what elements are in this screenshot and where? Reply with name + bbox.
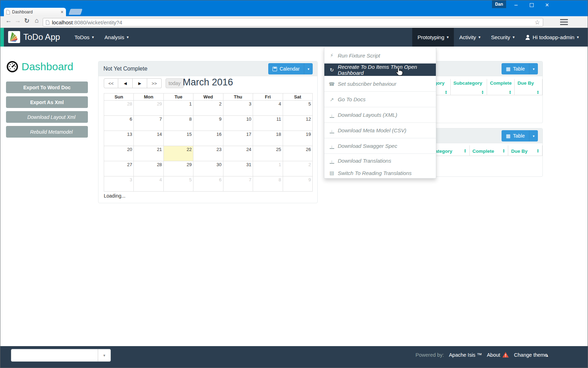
sort-icon[interactable]: ▲▼ [509,90,511,95]
sort-icon[interactable]: ▲▼ [536,90,539,95]
day-header-tue: Tue [163,93,193,101]
sort-icon[interactable]: ▲▼ [536,149,539,153]
sort-icon[interactable]: ▲▼ [445,90,448,95]
calendar-day[interactable]: 4 [134,176,163,192]
calendar-day[interactable]: 28 [104,101,134,116]
calendar-day[interactable]: 14 [134,131,163,146]
calendar-day[interactable]: 12 [283,116,312,131]
calendar-day[interactable]: 4 [253,101,283,116]
menu-item-recreate-to-do-items-then-open-dashboard[interactable]: ↻Recreate To Do Items Then Open Dashboar… [324,63,436,76]
sort-icon[interactable]: ▲▼ [481,90,484,95]
calendar-day[interactable]: 29 [163,161,193,176]
table-view-caret-button[interactable]: ▾ [529,130,538,141]
calendar-day[interactable]: 31 [223,161,253,176]
calendar-day[interactable]: 1 [163,101,193,116]
nav-item-security[interactable]: Security▾ [486,28,520,47]
calendar-view-button[interactable]: Calendar [268,63,304,74]
column-header-due-by[interactable]: Due By▲▼ [515,79,542,95]
column-header-subcategory[interactable]: Subcategory▲▼ [451,79,487,95]
calendar-day[interactable]: 11 [253,116,283,131]
window-maximize-button[interactable] [526,0,538,10]
menu-item-go-to-docs[interactable]: ↗Go To Docs [324,91,436,107]
calendar-day[interactable]: 27 [104,161,134,176]
calendar-day[interactable]: 17 [223,131,253,146]
menu-item-download-swagger-spec[interactable]: ↓Download Swagger Spec [324,138,436,153]
table-view-caret-button[interactable]: ▾ [529,63,538,74]
calendar-day[interactable]: 10 [223,116,253,131]
export-as-xml-button[interactable]: Export As Xml [6,96,88,108]
menu-item-run-fixture-script[interactable]: ⚡Run Fixture Script [324,48,436,63]
export-to-word-doc-button[interactable]: Export To Word Doc [6,82,88,93]
calendar-day[interactable]: 7 [134,116,163,131]
home-icon[interactable]: ⌂ [32,17,41,24]
bookmark-star-icon[interactable]: ☆ [535,19,540,25]
calendar-day[interactable]: 6 [104,116,134,131]
nav-item-todos[interactable]: ToDos▾ [69,28,99,47]
apache-isis-link[interactable]: Apache Isis ™ [449,352,482,358]
calendar-day[interactable]: 15 [163,131,193,146]
calendar-day[interactable]: 3 [104,176,134,192]
calendar-day[interactable]: 28 [134,161,163,176]
tab-title: Dashboard [12,10,59,14]
profile-badge[interactable]: Dan [492,0,506,8]
table-view-button[interactable]: ▦ Table [502,63,529,74]
calendar-view-caret-button[interactable]: ▾ [304,63,313,74]
sort-icon[interactable]: ▲▼ [464,149,467,153]
calendar-day[interactable]: 13 [104,131,134,146]
calendar-day[interactable]: 21 [134,146,163,161]
browser-menu-icon[interactable] [560,19,568,25]
calendar-day[interactable]: 7 [223,176,253,192]
sort-icon[interactable]: ▲▼ [502,149,505,153]
calendar-day[interactable]: 2 [193,101,223,116]
rebuild-metamodel-button[interactable]: Rebuild Metamodel [6,126,88,138]
change-theme-link[interactable]: Change theme ▴ [514,352,548,358]
calendar-day[interactable]: 5 [283,101,312,116]
about-link[interactable]: About [487,352,500,358]
menu-item-download-meta-model-csv[interactable]: ↓Download Meta Model (CSV) [324,122,436,138]
calendar-day[interactable]: 2 [283,161,312,176]
nav-item-hi-todoapp-admin[interactable]: Hi todoapp-admin▾ [520,28,584,47]
column-header-complete[interactable]: Complete▲▼ [470,145,509,156]
column-header-due-by[interactable]: Due By▲▼ [508,145,542,156]
window-minimize-button[interactable]: – [510,0,522,10]
calendar-day[interactable]: 16 [193,131,223,146]
calendar-day[interactable]: 1 [253,161,283,176]
calendar-day[interactable]: 6 [193,176,223,192]
download-layout-xml-button[interactable]: ↓Download Layout Xml [6,111,88,123]
forward-icon[interactable]: → [13,17,22,24]
browser-tab[interactable]: Dashboard × [4,8,66,16]
calendar-day[interactable]: 23 [193,146,223,161]
nav-item-analysis[interactable]: Analysis▾ [99,28,134,47]
footer-select[interactable]: ▾ [11,349,111,362]
column-header-complete[interactable]: Complete▲▼ [487,79,515,95]
menu-item-set-subscriber-behaviour[interactable]: ☎Set subscriber behaviour [324,76,436,91]
reload-icon[interactable]: ↻ [22,17,31,25]
window-close-button[interactable]: × [541,0,553,10]
back-icon[interactable]: ← [4,17,13,24]
new-tab-button[interactable] [68,9,83,15]
calendar-day[interactable]: 20 [104,146,134,161]
calendar-day[interactable]: 8 [163,116,193,131]
menu-item-switch-to-reading-translations[interactable]: ▤Switch To Reading Translations [324,168,436,178]
calendar-day[interactable]: 3 [223,101,253,116]
nav-item-activity[interactable]: Activity▾ [454,28,486,47]
url-bar[interactable]: localhost:8080/wicket/entity?4 ☆ [43,18,543,26]
tab-close-icon[interactable]: × [61,10,64,14]
calendar-day[interactable]: 24 [223,146,253,161]
calendar-day[interactable]: 8 [253,176,283,192]
calendar-day[interactable]: 29 [134,101,163,116]
calendar-day[interactable]: 25 [253,146,283,161]
calendar-day[interactable]: 5 [163,176,193,192]
calendar-day[interactable]: 9 [193,116,223,131]
menu-item-download-translations[interactable]: ↓Download Translations [324,153,436,168]
table-view-button[interactable]: ▦ Table [502,130,529,141]
calendar-day[interactable]: 9 [283,176,312,192]
menu-item-download-layouts-xml[interactable]: ↓Download Layouts (XML) [324,107,436,122]
calendar-day-today[interactable]: 22 [163,146,193,161]
calendar-day[interactable]: 26 [283,146,312,161]
calendar-day[interactable]: 19 [283,131,312,146]
calendar-day[interactable]: 30 [193,161,223,176]
brand[interactable]: ToDo App [8,31,60,43]
nav-item-prototyping[interactable]: Prototyping▾ [412,28,454,47]
calendar-day[interactable]: 18 [253,131,283,146]
